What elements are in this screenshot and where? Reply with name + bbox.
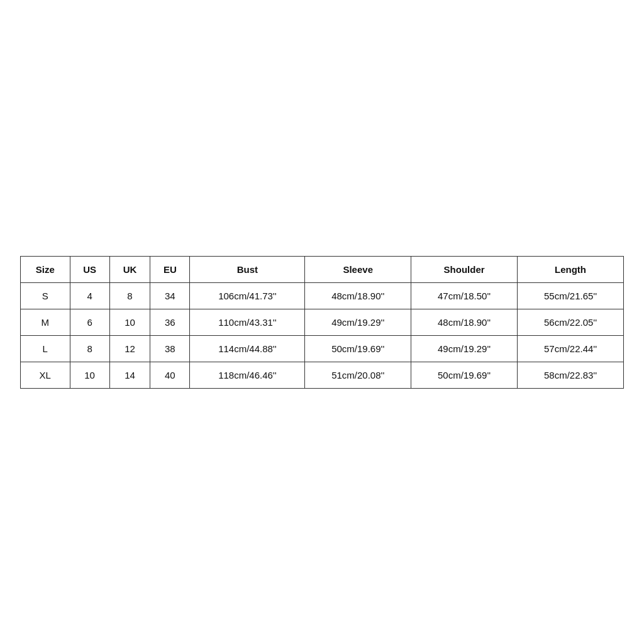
table-row: S4834106cm/41.73''48cm/18.90''47cm/18.50… [21, 282, 624, 309]
table-row: M61036110cm/43.31''49cm/19.29''48cm/18.9… [21, 309, 624, 335]
cell-uk: 14 [109, 362, 150, 388]
cell-shoulder: 49cm/19.29'' [411, 335, 518, 362]
cell-sleeve: 50cm/19.69'' [305, 335, 411, 362]
cell-bust: 106cm/41.73'' [190, 282, 305, 309]
cell-bust: 118cm/46.46'' [190, 362, 305, 388]
cell-us: 6 [70, 309, 109, 335]
table-header-row: Size US UK EU Bust Sleeve Shoulder Lengt… [21, 256, 624, 282]
cell-shoulder: 50cm/19.69'' [411, 362, 518, 388]
cell-us: 4 [70, 282, 109, 309]
header-sleeve: Sleeve [305, 256, 411, 282]
cell-bust: 110cm/43.31'' [190, 309, 305, 335]
cell-eu: 40 [150, 362, 190, 388]
cell-sleeve: 49cm/19.29'' [305, 309, 411, 335]
header-us: US [70, 256, 109, 282]
cell-bust: 114cm/44.88'' [190, 335, 305, 362]
cell-length: 57cm/22.44'' [518, 335, 624, 362]
table-row: XL101440118cm/46.46''51cm/20.08''50cm/19… [21, 362, 624, 388]
cell-size: S [21, 282, 70, 309]
cell-length: 56cm/22.05'' [518, 309, 624, 335]
cell-shoulder: 47cm/18.50'' [411, 282, 518, 309]
header-shoulder: Shoulder [411, 256, 518, 282]
cell-eu: 36 [150, 309, 190, 335]
cell-us: 8 [70, 335, 109, 362]
cell-eu: 38 [150, 335, 190, 362]
cell-eu: 34 [150, 282, 190, 309]
table-row: L81238114cm/44.88''50cm/19.69''49cm/19.2… [21, 335, 624, 362]
cell-uk: 8 [109, 282, 150, 309]
header-size: Size [21, 256, 70, 282]
cell-uk: 12 [109, 335, 150, 362]
cell-sleeve: 48cm/18.90'' [305, 282, 411, 309]
cell-size: L [21, 335, 70, 362]
cell-shoulder: 48cm/18.90'' [411, 309, 518, 335]
cell-size: XL [21, 362, 70, 388]
header-length: Length [518, 256, 624, 282]
header-eu: EU [150, 256, 190, 282]
size-chart-container: Size US UK EU Bust Sleeve Shoulder Lengt… [20, 256, 624, 389]
size-chart-table: Size US UK EU Bust Sleeve Shoulder Lengt… [20, 256, 624, 389]
cell-length: 55cm/21.65'' [518, 282, 624, 309]
cell-length: 58cm/22.83'' [518, 362, 624, 388]
cell-size: M [21, 309, 70, 335]
header-uk: UK [109, 256, 150, 282]
cell-sleeve: 51cm/20.08'' [305, 362, 411, 388]
header-bust: Bust [190, 256, 305, 282]
cell-uk: 10 [109, 309, 150, 335]
cell-us: 10 [70, 362, 109, 388]
